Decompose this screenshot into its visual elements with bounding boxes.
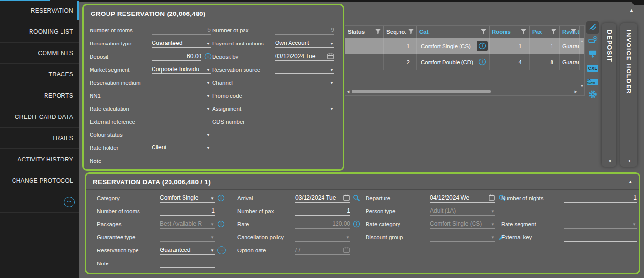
rate-input[interactable]: 120.00 bbox=[295, 220, 350, 229]
deposit-by-date-field[interactable]: 03/12/2024 Tue bbox=[275, 52, 334, 61]
note-input[interactable] bbox=[160, 259, 215, 268]
note-input[interactable] bbox=[152, 157, 211, 165]
info-icon[interactable] bbox=[204, 53, 212, 60]
sidebar-item-traces[interactable]: TRACES bbox=[0, 64, 79, 85]
sidebar-more-button[interactable]: ··· bbox=[64, 197, 75, 207]
calendar-icon[interactable] bbox=[327, 52, 334, 59]
field-value: Own Account bbox=[275, 40, 328, 46]
info-icon[interactable] bbox=[217, 220, 225, 228]
column-header-rooms[interactable]: Rooms bbox=[490, 26, 530, 38]
payment-instructions-select[interactable]: Own Account▼ bbox=[275, 39, 334, 48]
column-header-status[interactable]: Status bbox=[345, 26, 384, 38]
guarantee-type-select[interactable]: ▼ bbox=[160, 233, 215, 242]
column-header-seq-no[interactable]: Seq.no. bbox=[384, 26, 417, 38]
info-icon[interactable] bbox=[217, 194, 225, 202]
sidebar-item-trails[interactable]: TRAILS bbox=[0, 128, 79, 149]
tab-collapse-icon[interactable]: ◀ bbox=[620, 159, 637, 163]
number-of-rooms-input[interactable]: 5 bbox=[152, 26, 211, 35]
grid-row-2[interactable]: 2Comfort Double (CD)48Guaran bbox=[345, 54, 584, 70]
collapse-up-icon[interactable]: ▲ bbox=[629, 179, 633, 184]
cancellation-policy-select[interactable]: ▼ bbox=[295, 233, 350, 242]
gds-number-input[interactable] bbox=[275, 117, 334, 126]
filter-funnel-icon[interactable] bbox=[551, 29, 557, 35]
number-of-rooms-input[interactable]: 1 bbox=[160, 207, 215, 216]
grid-row-1[interactable]: 1Comfort Single (CS)11Guaran bbox=[345, 38, 584, 54]
cell-value: 2 bbox=[407, 59, 410, 65]
search-icon[interactable] bbox=[353, 194, 360, 202]
calendar-icon[interactable] bbox=[343, 194, 350, 201]
more-options-button[interactable]: ··· bbox=[217, 246, 226, 254]
number-of-nights-input[interactable]: 1 bbox=[564, 194, 637, 203]
packages-select[interactable]: Best Available R▼ bbox=[160, 220, 215, 229]
grid-horizontal-scrollbar[interactable]: ◀ ▶ bbox=[346, 89, 578, 95]
option-date-date-field[interactable]: / / bbox=[295, 246, 350, 255]
filter-funnel-icon[interactable] bbox=[480, 29, 487, 35]
reservation-medium-select[interactable]: ▼ bbox=[152, 78, 211, 87]
filter-funnel-icon[interactable] bbox=[408, 29, 414, 35]
column-header-rsvn-ty[interactable]: Rsvn.ty bbox=[560, 26, 580, 38]
assignment-select[interactable]: ▼ bbox=[275, 104, 334, 113]
tab-collapse-icon[interactable]: ◀ bbox=[602, 159, 616, 163]
info-icon[interactable] bbox=[477, 41, 488, 51]
cell-value: Comfort Single (CS) bbox=[421, 44, 471, 49]
sidebar-item-rooming-list[interactable]: ROOMING LIST bbox=[0, 21, 79, 43]
sidebar-item-activity-history[interactable]: ACTIVITY HISTORY bbox=[0, 149, 79, 170]
edit-button[interactable] bbox=[586, 21, 599, 34]
grid-vertical-scrollbar[interactable]: ▲ ▼ bbox=[579, 38, 584, 88]
reservation-type-select[interactable]: Guaranteed▼ bbox=[152, 39, 211, 48]
person-type-select[interactable]: Adult (1A)▼ bbox=[430, 207, 495, 216]
add-reservation-button[interactable] bbox=[586, 35, 599, 47]
cancel-button[interactable]: CXL bbox=[586, 62, 599, 74]
sidebar-item-reservation[interactable]: RESERVATION bbox=[0, 0, 79, 21]
rate-calculation-select[interactable]: ▼ bbox=[152, 104, 211, 113]
deposit-input[interactable]: 60.00 bbox=[152, 52, 201, 61]
discount-group-select[interactable]: ▼ bbox=[430, 233, 495, 242]
nn1-select[interactable]: ▼ bbox=[152, 91, 211, 100]
number-of-pax-input[interactable]: 1 bbox=[295, 207, 350, 216]
channel-select[interactable]: ▼ bbox=[275, 78, 334, 87]
scroll-up-icon[interactable]: ▲ bbox=[580, 39, 583, 43]
scroll-down-icon[interactable]: ▼ bbox=[580, 84, 583, 88]
rate-category-select[interactable]: Comfort Single (CS)▼ bbox=[430, 220, 495, 229]
column-header-label: Seq.no. bbox=[386, 29, 407, 35]
reservation-source-select[interactable]: ▼ bbox=[275, 65, 334, 74]
sidebar-item-credit-card-data[interactable]: CREDIT CARD DATA bbox=[0, 106, 79, 128]
tab-invoice-holder[interactable]: INVOICE HOLDER ◀ bbox=[620, 23, 637, 167]
filter-funnel-icon[interactable] bbox=[570, 29, 577, 35]
promo-code-input[interactable] bbox=[275, 91, 334, 100]
filter-funnel-icon[interactable] bbox=[375, 29, 381, 35]
departure-date-field[interactable]: 04/12/2024 We bbox=[430, 194, 495, 203]
reservation-type-select[interactable]: Guaranteed▼ bbox=[160, 246, 215, 255]
form-row: Deposit60.00Deposit by03/12/2024 Tue bbox=[90, 50, 343, 63]
column-header-pax[interactable]: Pax bbox=[530, 26, 560, 38]
reservation-type-label: Reservation type bbox=[97, 248, 160, 253]
rate-segment-select[interactable]: ▼ bbox=[564, 220, 637, 229]
column-header-cat[interactable]: Cat. bbox=[417, 26, 490, 38]
scroll-left-icon[interactable]: ◀ bbox=[347, 90, 349, 94]
rate-holder-label: Rate holder bbox=[90, 145, 152, 151]
sidebar-item-comments[interactable]: COMMENTS bbox=[0, 43, 79, 64]
tab-deposit[interactable]: DEPOSIT ◀ bbox=[602, 23, 616, 167]
calendar-icon[interactable] bbox=[343, 246, 350, 253]
external-reference-input[interactable] bbox=[152, 117, 211, 126]
info-icon[interactable] bbox=[477, 57, 488, 67]
assign-room-button[interactable] bbox=[586, 48, 599, 61]
no-show-button[interactable]: NO SHOW bbox=[586, 75, 599, 88]
info-icon[interactable] bbox=[353, 220, 360, 228]
settings-gear-button[interactable] bbox=[586, 89, 599, 102]
calendar-icon[interactable] bbox=[488, 194, 495, 201]
market-segment-select[interactable]: Corporate Individu▼ bbox=[152, 65, 211, 74]
field-value: Client bbox=[152, 144, 204, 151]
scrollbar-thumb[interactable] bbox=[352, 90, 491, 93]
filter-funnel-icon[interactable] bbox=[521, 29, 527, 35]
collapse-up-icon[interactable]: ▲ bbox=[629, 8, 634, 13]
arrival-date-field[interactable]: 03/12/2024 Tue bbox=[295, 194, 350, 203]
colour-status-select[interactable]: ▼ bbox=[152, 131, 211, 139]
category-select[interactable]: Comfort Single▼ bbox=[160, 194, 215, 203]
sidebar-item-change-protocol[interactable]: CHANGE PROTOCOL bbox=[0, 170, 79, 191]
scroll-right-icon[interactable]: ▶ bbox=[575, 90, 577, 94]
number-of-pax-input[interactable]: 9 bbox=[275, 26, 334, 35]
sidebar-item-reports[interactable]: REPORTS bbox=[0, 85, 79, 106]
rate-holder-select[interactable]: Client▼ bbox=[152, 144, 211, 152]
external-key-input[interactable] bbox=[564, 233, 637, 242]
